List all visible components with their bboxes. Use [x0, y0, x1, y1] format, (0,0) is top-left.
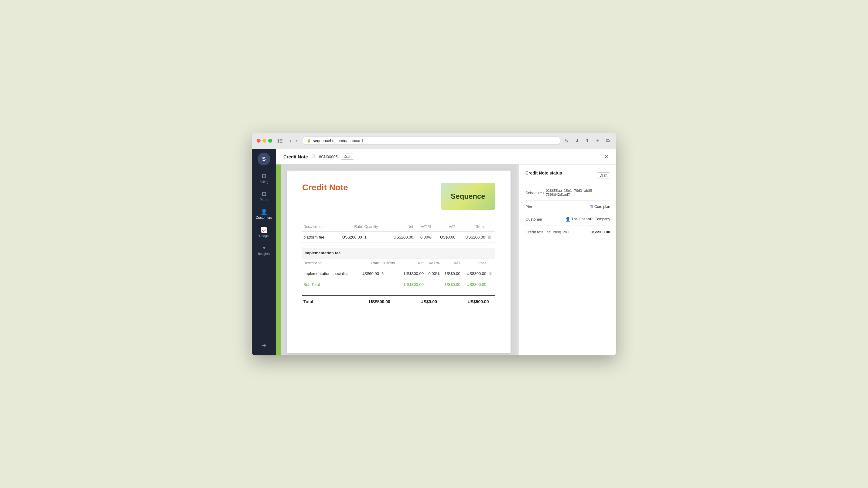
sec-item-rate: US$60.00	[357, 268, 380, 279]
nav-buttons: ‹ ›	[288, 137, 299, 144]
delete-item-btn[interactable]: 🗑	[488, 235, 492, 239]
panel-schedule-row: Schedule ▷ 018655aa-15e1-76d3-ab85-7398d…	[525, 185, 610, 201]
item-gross: US$200.00	[457, 232, 486, 243]
col-actions	[486, 222, 495, 232]
sidebar-item-plans[interactable]: ⊡ Plans	[252, 188, 276, 205]
sidebar-label-insights: Insights	[258, 252, 270, 256]
sec-item-gross: US$300.00	[462, 268, 488, 279]
share-btn[interactable]: ⬆	[583, 137, 591, 145]
sidebar: S ⊞ Billing ⊡ Plans 👤 Customers 📈 Usage …	[252, 149, 276, 355]
document-title: Credit Note	[302, 183, 348, 192]
total-table: Total US$500.00 US$0.00 US$500.00	[302, 295, 495, 307]
browser-chrome: ‹ › 🔒 sequencehq.com/dashboard ↻ ⬇ ⬆ ＋ ⧉	[252, 133, 616, 149]
table-row: Implementation specialist US$60.00 5 US$…	[302, 268, 495, 279]
customer-value-text: The OpenAPI Company	[571, 217, 610, 221]
browser-window: ‹ › 🔒 sequencehq.com/dashboard ↻ ⬇ ⬆ ＋ ⧉…	[252, 133, 616, 355]
total-net: US$500.00	[340, 295, 392, 307]
plans-icon: ⊡	[262, 191, 266, 197]
subtotal-row: Sub Total US$300.00 US$0.00 US$300.00	[302, 279, 495, 290]
sec-col-gross: Gross	[462, 259, 488, 268]
panel-status-badge: Draft	[597, 172, 610, 178]
delete-sec-item-btn[interactable]: 🗑	[489, 271, 493, 276]
document-area: Credit Note Sequence Description	[276, 164, 519, 355]
subtotal-label: Sub Total	[302, 279, 357, 290]
scrollbar[interactable]	[517, 164, 519, 355]
sidebar-logo: S	[257, 153, 270, 165]
customer-label: Customer	[525, 217, 542, 222]
tabs-btn[interactable]: ⧉	[604, 137, 611, 145]
minimize-window-btn[interactable]	[262, 139, 266, 143]
sequence-logo-text: Sequence	[451, 192, 485, 201]
page-title: Credit Note	[283, 154, 308, 159]
plan-icon: ⊞	[589, 204, 593, 209]
sec-col-description: Description	[302, 259, 357, 268]
table-header-row: Description Rate Quantity Net VAT % VAT …	[302, 222, 495, 232]
section-name: implementation fee	[302, 248, 495, 259]
item-description: platform fee	[302, 232, 334, 243]
section-col-headers: Description Rate Quantity Net VAT % VAT …	[302, 259, 495, 268]
lock-icon: 🔒	[307, 139, 311, 143]
svg-rect-0	[278, 139, 279, 143]
download-btn[interactable]: ⬇	[574, 137, 581, 145]
logout-btn[interactable]: ⇥	[259, 339, 269, 352]
sec-col-vat-pct: VAT %	[425, 259, 441, 268]
schedule-label: Schedule	[525, 191, 542, 195]
credit-note-id: #CN00005	[319, 155, 338, 159]
svg-rect-1	[280, 139, 282, 140]
forward-btn[interactable]: ›	[294, 137, 300, 144]
document-paper: Credit Note Sequence Description	[287, 170, 510, 353]
total-vat: US$0.00	[397, 295, 438, 307]
subtotal-gross: US$300.00	[462, 279, 488, 290]
close-window-btn[interactable]	[257, 139, 260, 143]
content-area: Credit Note Sequence Description	[276, 164, 616, 355]
sec-item-delete-cell: 🗑	[488, 268, 495, 279]
item-vat-pct: 0.00%	[414, 232, 433, 243]
document-scroll[interactable]: Credit Note Sequence Description	[281, 164, 517, 355]
right-panel: Credit Note status Draft Schedule ▷ 0186…	[519, 164, 616, 355]
schedule-icon: ▷	[542, 191, 545, 195]
schedule-id-text: 018655aa-15e1-76d3-ab85-7398d42d1ad7	[546, 189, 610, 197]
sec-col-quantity: Quantity	[380, 259, 399, 268]
sidebar-item-customers[interactable]: 👤 Customers	[252, 206, 276, 223]
table-row: platform fee US$200.00 1 US$200.00 0.00%…	[302, 232, 495, 243]
back-btn[interactable]: ‹	[288, 137, 293, 144]
item-rate: US$200.00	[334, 232, 363, 243]
sidebar-item-usage[interactable]: 📈 Usage	[252, 224, 276, 241]
sidebar-label-plans: Plans	[260, 198, 268, 202]
close-panel-btn[interactable]: ✕	[604, 153, 609, 160]
billing-icon: ⊞	[262, 173, 266, 179]
sec-col-net: Net	[399, 259, 425, 268]
reload-btn[interactable]: ↻	[564, 137, 570, 144]
panel-total-value: US$500.00	[590, 230, 610, 234]
sec-item-net: US$300.00	[399, 268, 425, 279]
app-layout: S ⊞ Billing ⊡ Plans 👤 Customers 📈 Usage …	[252, 149, 616, 355]
sec-item-description: Implementation specialist	[302, 268, 357, 279]
sec-item-quantity: 5	[380, 268, 399, 279]
total-label: Total	[302, 295, 329, 307]
item-delete-cell: 🗑	[486, 232, 495, 243]
new-tab-btn[interactable]: ＋	[593, 136, 602, 145]
right-panel-title: Credit Note status	[525, 170, 562, 175]
sidebar-toggle-btn[interactable]	[276, 138, 284, 144]
maximize-window-btn[interactable]	[268, 139, 272, 143]
sec-item-vat-pct: 0.00%	[425, 268, 441, 279]
doc-top: Credit Note Sequence	[302, 183, 495, 210]
panel-customer-row: Customer 👤 The OpenAPI Company	[525, 213, 610, 226]
col-rate: Rate	[334, 222, 363, 232]
sec-col-vat: VAT	[441, 259, 461, 268]
section-header-row: implementation fee	[302, 248, 495, 259]
col-net: Net	[385, 222, 414, 232]
green-stripe	[276, 164, 281, 355]
address-bar[interactable]: 🔒 sequencehq.com/dashboard	[303, 137, 560, 145]
sidebar-item-billing[interactable]: ⊞ Billing	[252, 170, 276, 187]
status-badge: Draft	[341, 154, 354, 160]
panel-plan-row: Plan ⊞ Core plan	[525, 201, 610, 213]
toolbar-right: ⬇ ⬆ ＋ ⧉	[574, 136, 611, 145]
sidebar-item-insights[interactable]: ✦ Insights	[252, 242, 276, 259]
page-header: Credit Note 📄 #CN00005 Draft ✕	[276, 149, 616, 164]
sec-item-vat: US$0.00	[441, 268, 461, 279]
item-vat: US$0.00	[433, 232, 457, 243]
main-line-items-table: Description Rate Quantity Net VAT % VAT …	[302, 222, 495, 243]
traffic-lights	[257, 139, 272, 143]
main-content: Credit Note 📄 #CN00005 Draft ✕ Credit	[276, 149, 616, 355]
